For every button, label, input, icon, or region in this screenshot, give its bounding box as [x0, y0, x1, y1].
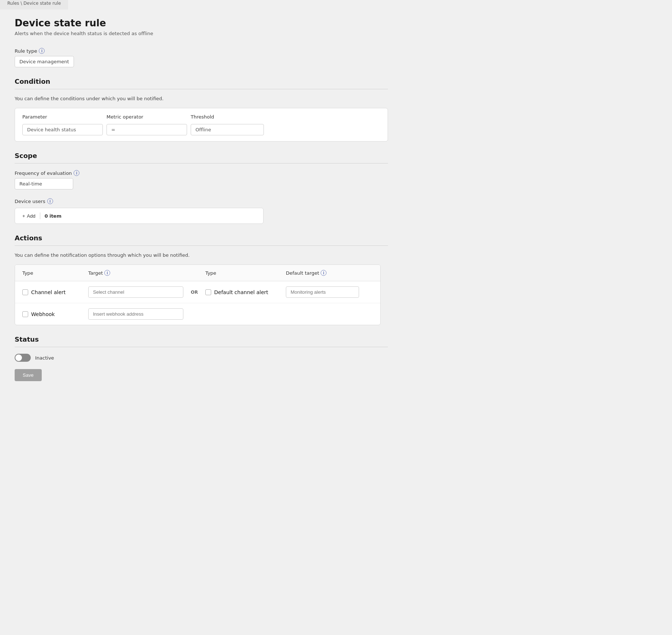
default-channel-type-cell: Default channel alert	[205, 289, 286, 295]
device-users-label: Device users	[15, 199, 45, 204]
or-label: OR	[191, 290, 198, 295]
table-row: Webhook	[15, 303, 380, 325]
scope-section: Scope Frequency of evaluation i Real-tim…	[15, 152, 388, 224]
actions-col-default-target: Default target i	[286, 270, 359, 276]
add-label: Add	[27, 213, 36, 219]
webhook-type-cell: Webhook	[22, 311, 88, 317]
default-target-info-icon[interactable]: i	[321, 270, 326, 276]
status-divider	[15, 347, 388, 347]
actions-desc: You can define the notification options …	[15, 252, 388, 258]
default-channel-checkbox[interactable]	[205, 289, 211, 295]
actions-table: Type Target i Type Default target i Chan…	[15, 264, 381, 325]
condition-col-operator: Metric operator	[107, 114, 187, 120]
condition-table: Parameter Metric operator Threshold Devi…	[15, 108, 388, 142]
device-users-info-icon[interactable]: i	[47, 198, 53, 204]
condition-row: Device health status = Offline	[22, 124, 380, 135]
table-row: Channel alert OR Default channel alert	[15, 281, 380, 303]
channel-alert-checkbox[interactable]	[22, 289, 28, 295]
device-users-bar: + Add 0 item	[15, 208, 264, 224]
scope-title: Scope	[15, 152, 388, 159]
webhook-checkbox[interactable]	[22, 311, 28, 317]
add-separator	[40, 213, 40, 219]
actions-title: Actions	[15, 234, 388, 242]
rule-type-info-icon[interactable]: i	[39, 48, 45, 54]
item-count-display: 0 item	[45, 213, 61, 219]
breadcrumb: Rules \ Device state rule	[0, 0, 672, 6]
condition-title: Condition	[15, 78, 388, 85]
rule-type-value: Device management	[15, 56, 74, 67]
breadcrumb-separator: \	[20, 1, 23, 6]
actions-col-or	[183, 270, 205, 276]
rule-type-section: Rule type i Device management	[15, 48, 388, 67]
status-toggle[interactable]	[15, 354, 31, 362]
condition-col-threshold: Threshold	[191, 114, 264, 120]
frequency-info-icon[interactable]: i	[74, 170, 79, 176]
add-device-user-button[interactable]: + Add	[22, 213, 36, 219]
add-icon: +	[22, 213, 25, 219]
channel-alert-label: Channel alert	[31, 289, 66, 295]
default-target-cell	[286, 286, 359, 298]
toggle-row: Inactive	[15, 354, 388, 362]
condition-header: Parameter Metric operator Threshold	[22, 114, 380, 120]
frequency-value: Real-time	[15, 178, 73, 189]
condition-divider	[15, 89, 388, 89]
save-button[interactable]: Save	[15, 369, 42, 381]
actions-col-target: Target i	[88, 270, 183, 276]
condition-col-parameter: Parameter	[22, 114, 103, 120]
rule-type-label-row: Rule type i	[15, 48, 388, 54]
actions-col-type1: Type	[22, 270, 88, 276]
scope-divider	[15, 163, 388, 164]
page-subtitle: Alerts when the device health status is …	[15, 31, 388, 36]
select-channel-input[interactable]	[88, 286, 183, 298]
webhook-label: Webhook	[31, 311, 55, 317]
condition-desc: You can define the conditions under whic…	[15, 96, 388, 101]
toggle-knob	[15, 354, 22, 361]
or-cell: OR	[183, 290, 205, 295]
condition-threshold-value: Offline	[191, 124, 264, 135]
breadcrumb-current: Device state rule	[23, 1, 61, 6]
actions-section: Actions You can define the notification …	[15, 234, 388, 325]
status-section: Status Inactive Save	[15, 335, 388, 381]
device-users-label-row: Device users i	[15, 198, 388, 204]
condition-section: Condition You can define the conditions …	[15, 78, 388, 142]
condition-operator-value: =	[107, 124, 187, 135]
target-info-icon[interactable]: i	[104, 270, 110, 276]
channel-alert-target-cell	[88, 286, 183, 298]
frequency-label-row: Frequency of evaluation i	[15, 170, 388, 176]
breadcrumb-text: Rules \ Device state rule	[0, 0, 68, 10]
frequency-label: Frequency of evaluation	[15, 170, 72, 176]
channel-alert-type-cell: Channel alert	[22, 289, 88, 295]
webhook-target-cell	[88, 308, 183, 320]
item-label: item	[49, 213, 61, 219]
breadcrumb-parent[interactable]: Rules	[7, 1, 19, 6]
actions-divider	[15, 245, 388, 246]
rule-type-label: Rule type	[15, 48, 37, 54]
item-count-number: 0	[45, 213, 48, 219]
webhook-address-input[interactable]	[88, 308, 183, 320]
default-channel-label: Default channel alert	[214, 289, 268, 295]
toggle-label: Inactive	[35, 355, 54, 361]
status-title: Status	[15, 335, 388, 343]
page-title: Device state rule	[15, 18, 388, 29]
actions-header: Type Target i Type Default target i	[15, 265, 380, 281]
monitoring-alerts-input[interactable]	[286, 286, 359, 298]
actions-col-type2: Type	[205, 270, 286, 276]
condition-parameter-value: Device health status	[22, 124, 103, 135]
